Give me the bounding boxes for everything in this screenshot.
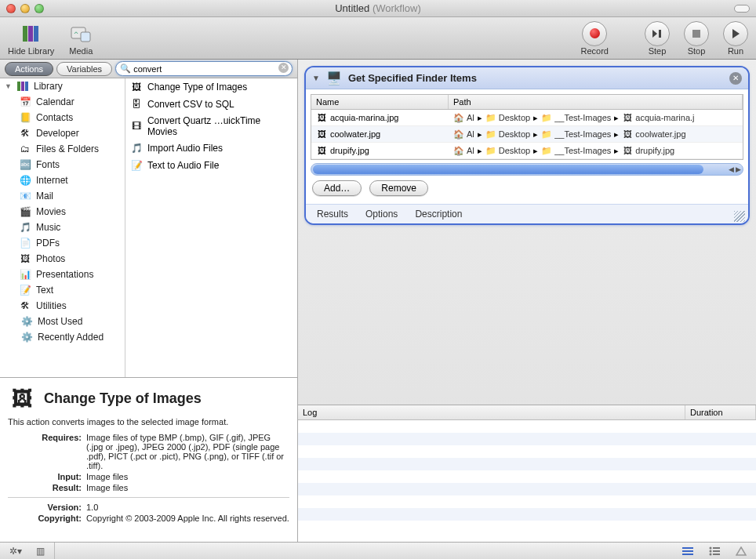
toolbar-pill-button[interactable] — [734, 5, 750, 13]
run-label: Run — [728, 46, 743, 56]
tab-actions[interactable]: Actions — [5, 62, 53, 76]
stop-button[interactable]: Stop — [684, 21, 709, 56]
result-label: Result: — [8, 483, 86, 492]
footer-results[interactable]: Results — [317, 209, 348, 220]
footer-options[interactable]: Options — [365, 209, 398, 220]
library-item-fonts[interactable]: 🔤Fonts — [0, 157, 125, 172]
col-path-header[interactable]: Path — [449, 95, 743, 109]
movies-icon: 🎬 — [19, 205, 31, 218]
library-item-presentations[interactable]: 📊Presentations — [0, 267, 125, 282]
svg-rect-0 — [23, 26, 27, 42]
toggle-pane-button[interactable]: ▥ — [33, 546, 48, 557]
result-item[interactable]: 🎵Import Audio Files — [125, 140, 297, 157]
title-text: Untitled — [335, 2, 369, 14]
input-value: Image files — [86, 472, 289, 481]
svg-rect-14 — [713, 547, 720, 549]
search-input[interactable] — [115, 61, 293, 76]
finder-icon: 🖥️ — [326, 71, 342, 85]
result-item[interactable]: 🎞Convert Quartz …uickTime Movies — [125, 113, 297, 140]
action-title: Get Specified Finder Items — [348, 72, 723, 84]
record-icon — [590, 28, 600, 38]
stop-icon — [684, 21, 709, 46]
svg-rect-18 — [713, 554, 720, 555]
action-header[interactable]: ▼ 🖥️ Get Specified Finder Items ✕ — [306, 67, 748, 89]
horizontal-scrollbar[interactable]: ◀▶ — [311, 163, 743, 176]
hide-library-button[interactable]: Hide Library — [8, 21, 54, 56]
library-icon — [16, 80, 29, 93]
image-file-icon: 🖼 — [316, 129, 327, 140]
library-item-files-folders[interactable]: 🗂Files & Folders — [0, 141, 125, 157]
files-folders-icon: 🗂 — [19, 143, 31, 155]
tab-variables[interactable]: Variables — [56, 62, 112, 76]
table-row[interactable]: 🖼coolwater.jpg 🏠Al▸ 📁Desktop▸ 📁__Test-Im… — [311, 126, 743, 143]
view-list-button[interactable] — [679, 546, 696, 556]
resize-grip[interactable] — [734, 211, 745, 222]
detail-title: Change Type of Images — [44, 390, 202, 407]
library-item-music[interactable]: 🎵Music — [0, 220, 125, 235]
table-row[interactable]: 🖼drupify.jpg 🏠Al▸ 📁Desktop▸ 📁__Test-Imag… — [311, 143, 743, 159]
library-root[interactable]: ▼ Library — [0, 78, 125, 94]
music-icon: 🎵 — [19, 221, 31, 234]
action-results-list[interactable]: 🖼Change Type of Images 🗄Convert CSV to S… — [125, 78, 297, 377]
utilities-icon: 🛠 — [19, 299, 31, 312]
disclosure-triangle-icon[interactable]: ▼ — [312, 74, 320, 82]
library-item-calendar[interactable]: 📅Calendar — [0, 94, 125, 110]
result-item[interactable]: 🗄Convert CSV to SQL — [125, 96, 297, 113]
table-header: Name Path — [311, 95, 743, 110]
view-bullets-button[interactable] — [706, 546, 723, 556]
library-recently-added[interactable]: ⚙️Recently Added — [0, 329, 125, 345]
action-menu-button[interactable]: ✲▾ — [6, 546, 25, 557]
version-label: Version: — [8, 503, 86, 512]
library-item-developer[interactable]: 🛠Developer — [0, 125, 125, 141]
library-item-pdfs[interactable]: 📄PDFs — [0, 235, 125, 251]
quicktime-action-icon: 🎞 — [130, 120, 143, 132]
result-item[interactable]: 📝Text to Audio File — [125, 157, 297, 174]
image-file-icon: 🖼 — [622, 129, 633, 140]
remove-button[interactable]: Remove — [369, 180, 428, 196]
workflow-action: ▼ 🖥️ Get Specified Finder Items ✕ Name P… — [304, 66, 750, 225]
requires-value: Image files of type BMP (.bmp), GIF (.gi… — [86, 433, 289, 470]
copyright-value: Copyright © 2003-2009 Apple Inc. All rig… — [86, 514, 289, 523]
step-button[interactable]: Step — [645, 21, 670, 56]
library-item-contacts[interactable]: 📒Contacts — [0, 110, 125, 125]
remove-action-button[interactable]: ✕ — [729, 72, 742, 85]
footer-description[interactable]: Description — [415, 209, 462, 220]
detail-heading: 🖼 Change Type of Images — [8, 384, 289, 412]
svg-rect-6 — [692, 30, 700, 38]
disclosure-triangle-icon[interactable]: ▼ — [5, 82, 12, 90]
col-name-header[interactable]: Name — [311, 95, 449, 109]
home-icon: 🏠 — [453, 129, 464, 140]
duration-column-header[interactable]: Duration — [685, 405, 756, 419]
record-button[interactable]: Record — [581, 21, 609, 56]
log-area: Log Duration — [298, 405, 756, 542]
log-rows — [298, 420, 756, 542]
clear-search-button[interactable]: ✕ — [278, 63, 289, 73]
media-button[interactable]: Media — [68, 21, 93, 56]
window-title: Untitled (Workflow) — [0, 2, 756, 14]
view-warnings-button[interactable] — [732, 546, 750, 556]
titlebar: Untitled (Workflow) — [0, 0, 756, 17]
library-item-internet[interactable]: 🌐Internet — [0, 172, 125, 188]
run-button[interactable]: Run — [723, 21, 748, 56]
library-item-text[interactable]: 📝Text — [0, 282, 125, 298]
library-item-movies[interactable]: 🎬Movies — [0, 204, 125, 220]
record-label: Record — [581, 46, 609, 56]
log-column-header[interactable]: Log — [298, 405, 685, 419]
add-button[interactable]: Add… — [312, 180, 362, 196]
library-item-photos[interactable]: 🖼Photos — [0, 251, 125, 267]
library-item-utilities[interactable]: 🛠Utilities — [0, 298, 125, 314]
text-icon: 📝 — [19, 284, 31, 296]
calendar-icon: 📅 — [19, 96, 31, 108]
detail-description: This action converts images to the selec… — [8, 417, 289, 427]
preview-app-icon: 🖼 — [8, 384, 36, 412]
svg-point-17 — [710, 553, 712, 555]
media-label: Media — [69, 46, 93, 56]
workflow-scroll[interactable]: ▼ 🖥️ Get Specified Finder Items ✕ Name P… — [298, 60, 756, 405]
result-item[interactable]: 🖼Change Type of Images — [125, 78, 297, 96]
library-most-used[interactable]: ⚙️Most Used — [0, 314, 125, 329]
library-list[interactable]: ▼ Library 📅Calendar 📒Contacts 🛠Developer… — [0, 78, 125, 377]
table-row[interactable]: 🖼acquia-marina.jpg 🏠Al▸ 📁Desktop▸ 📁__Tes… — [311, 110, 743, 126]
folder-icon: 📁 — [541, 145, 552, 156]
svg-rect-10 — [682, 547, 693, 549]
library-item-mail[interactable]: 📧Mail — [0, 188, 125, 204]
